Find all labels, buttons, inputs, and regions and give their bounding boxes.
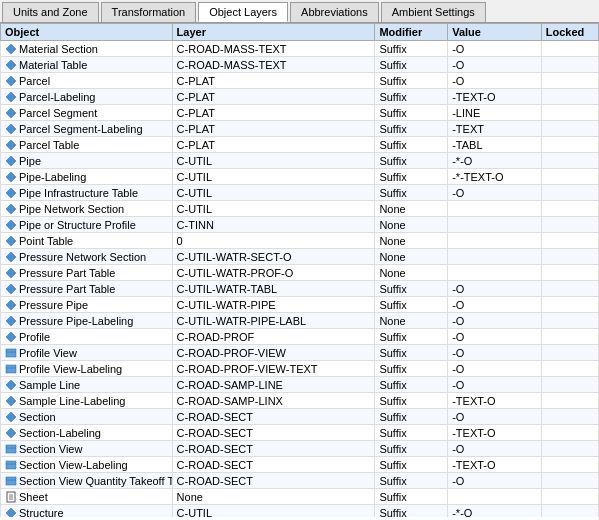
- table-row[interactable]: Sample LineC-ROAD-SAMP-LINESuffix-O: [1, 377, 599, 393]
- svg-rect-27: [6, 445, 16, 453]
- object-name: Section-Labeling: [19, 427, 101, 439]
- table-row[interactable]: Pipe or Structure ProfileC-TINNNone: [1, 217, 599, 233]
- cell-object: Pipe-Labeling: [1, 169, 173, 185]
- cell-locked: [541, 409, 598, 425]
- table-row[interactable]: Section-LabelingC-ROAD-SECTSuffix-TEXT-O: [1, 425, 599, 441]
- cell-locked: [541, 217, 598, 233]
- cell-locked: [541, 41, 598, 57]
- diamond-icon: [5, 331, 17, 343]
- cell-object: Parcel Segment-Labeling: [1, 121, 173, 137]
- cell-object: Parcel Table: [1, 137, 173, 153]
- svg-rect-29: [6, 461, 16, 469]
- table-row[interactable]: Pipe-LabelingC-UTILSuffix-*-TEXT-O: [1, 169, 599, 185]
- cell-object: Pipe or Structure Profile: [1, 217, 173, 233]
- table-row[interactable]: Parcel SegmentC-PLATSuffix-LINE: [1, 105, 599, 121]
- table-row[interactable]: Section ViewC-ROAD-SECTSuffix-O: [1, 441, 599, 457]
- cell-modifier: Suffix: [375, 169, 448, 185]
- cell-modifier: Suffix: [375, 41, 448, 57]
- cell-locked: [541, 489, 598, 505]
- table-row[interactable]: Profile View-LabelingC-ROAD-PROF-VIEW-TE…: [1, 361, 599, 377]
- table-row[interactable]: SectionC-ROAD-SECTSuffix-O: [1, 409, 599, 425]
- table-row[interactable]: Profile ViewC-ROAD-PROF-VIEWSuffix-O: [1, 345, 599, 361]
- cell-layer: C-UTIL-WATR-SECT-O: [172, 249, 375, 265]
- diamond-icon: [5, 315, 17, 327]
- table-row[interactable]: Pressure PipeC-UTIL-WATR-PIPESuffix-O: [1, 297, 599, 313]
- table-row[interactable]: Pressure Network SectionC-UTIL-WATR-SECT…: [1, 249, 599, 265]
- cell-locked: [541, 73, 598, 89]
- table-row[interactable]: ProfileC-ROAD-PROFSuffix-O: [1, 329, 599, 345]
- tab-object-layers[interactable]: Object Layers: [198, 2, 288, 22]
- cell-object: Pressure Part Table: [1, 265, 173, 281]
- cell-value: -O: [448, 345, 542, 361]
- object-name: Section View Quantity Takeoff Table: [19, 475, 172, 487]
- cell-value: -TEXT: [448, 121, 542, 137]
- svg-marker-17: [6, 316, 16, 326]
- object-name: Pipe: [19, 155, 41, 167]
- table-row[interactable]: Pressure Pipe-LabelingC-UTIL-WATR-PIPE-L…: [1, 313, 599, 329]
- rect-blue-icon: [5, 475, 17, 487]
- table-row[interactable]: Pipe Network SectionC-UTILNone: [1, 201, 599, 217]
- cell-object: Pipe Infrastructure Table: [1, 185, 173, 201]
- table-container[interactable]: Object Layer Modifier Value Locked Mater…: [0, 23, 599, 517]
- table-row[interactable]: Parcel Segment-LabelingC-PLATSuffix-TEXT: [1, 121, 599, 137]
- diamond-icon: [5, 139, 17, 151]
- table-row[interactable]: Sample Line-LabelingC-ROAD-SAMP-LINXSuff…: [1, 393, 599, 409]
- object-name: Material Table: [19, 59, 87, 71]
- tab-ambient-settings[interactable]: Ambient Settings: [381, 2, 486, 22]
- cell-layer: C-PLAT: [172, 89, 375, 105]
- rect-blue-icon: [5, 363, 17, 375]
- svg-marker-1: [6, 60, 16, 70]
- table-row[interactable]: Section View Quantity Takeoff TableC-ROA…: [1, 473, 599, 489]
- svg-marker-24: [6, 396, 16, 406]
- tab-transformation[interactable]: Transformation: [101, 2, 197, 22]
- object-name: Profile: [19, 331, 50, 343]
- diamond-icon: [5, 123, 17, 135]
- tab-units-and-zone[interactable]: Units and Zone: [2, 2, 99, 22]
- object-name: Sample Line-Labeling: [19, 395, 125, 407]
- table-row[interactable]: PipeC-UTILSuffix-*-O: [1, 153, 599, 169]
- cell-locked: [541, 329, 598, 345]
- cell-locked: [541, 377, 598, 393]
- table-row[interactable]: Pressure Part TableC-UTIL-WATR-TABLSuffi…: [1, 281, 599, 297]
- cell-value: -TEXT-O: [448, 457, 542, 473]
- object-name: Structure: [19, 507, 64, 518]
- svg-marker-2: [6, 76, 16, 86]
- cell-value: -O: [448, 377, 542, 393]
- cell-layer: C-UTIL: [172, 505, 375, 518]
- cell-modifier: Suffix: [375, 505, 448, 518]
- cell-modifier: Suffix: [375, 441, 448, 457]
- table-row[interactable]: Parcel-LabelingC-PLATSuffix-TEXT-O: [1, 89, 599, 105]
- svg-marker-7: [6, 156, 16, 166]
- table-row[interactable]: SheetNoneSuffix: [1, 489, 599, 505]
- svg-marker-13: [6, 252, 16, 262]
- cell-value: [448, 249, 542, 265]
- cell-object: Section View: [1, 441, 173, 457]
- cell-object: Section-Labeling: [1, 425, 173, 441]
- cell-locked: [541, 121, 598, 137]
- table-row[interactable]: Pipe Infrastructure TableC-UTILSuffix-O: [1, 185, 599, 201]
- cell-locked: [541, 441, 598, 457]
- object-name: Pipe Network Section: [19, 203, 124, 215]
- cell-layer: C-UTIL-WATR-PIPE-LABL: [172, 313, 375, 329]
- tab-abbreviations[interactable]: Abbreviations: [290, 2, 379, 22]
- object-name: Pressure Network Section: [19, 251, 146, 263]
- diamond-icon: [5, 75, 17, 87]
- table-row[interactable]: Material SectionC-ROAD-MASS-TEXTSuffix-O: [1, 41, 599, 57]
- object-name: Material Section: [19, 43, 98, 55]
- cell-layer: C-ROAD-PROF-VIEW: [172, 345, 375, 361]
- cell-modifier: Suffix: [375, 153, 448, 169]
- table-row[interactable]: Section View-LabelingC-ROAD-SECTSuffix-T…: [1, 457, 599, 473]
- table-row[interactable]: ParcelC-PLATSuffix-O: [1, 73, 599, 89]
- table-row[interactable]: StructureC-UTILSuffix-*-O: [1, 505, 599, 518]
- cell-layer: 0: [172, 233, 375, 249]
- table-row[interactable]: Pressure Part TableC-UTIL-WATR-PROF-ONon…: [1, 265, 599, 281]
- svg-marker-10: [6, 204, 16, 214]
- table-row[interactable]: Point Table0None: [1, 233, 599, 249]
- svg-rect-19: [6, 349, 16, 357]
- col-header-locked: Locked: [541, 24, 598, 41]
- cell-value: [448, 489, 542, 505]
- col-header-object: Object: [1, 24, 173, 41]
- cell-layer: C-ROAD-PROF-VIEW-TEXT: [172, 361, 375, 377]
- table-row[interactable]: Material TableC-ROAD-MASS-TEXTSuffix-O: [1, 57, 599, 73]
- table-row[interactable]: Parcel TableC-PLATSuffix-TABL: [1, 137, 599, 153]
